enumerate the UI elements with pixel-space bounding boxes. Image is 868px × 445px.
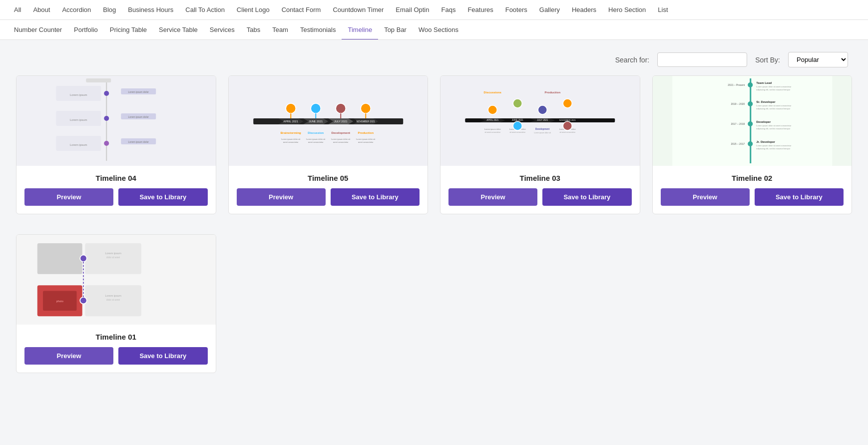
- card-body-timeline-05: Timeline 05 Preview Save to Library: [229, 166, 428, 214]
- svg-text:Lorem ipsum dolor: Lorem ipsum dolor: [128, 90, 149, 93]
- nav1-about[interactable]: About: [27, 0, 56, 20]
- search-label: Search for:: [615, 56, 649, 64]
- save-button-timeline-01[interactable]: Save to Library: [118, 347, 207, 365]
- svg-rect-78: [672, 76, 832, 166]
- nav1-gallery[interactable]: Gallery: [533, 0, 566, 20]
- svg-point-63: [513, 99, 522, 108]
- card-timeline-04: Lorem ipsum Lorem ipsum dolor Lorem ipsu…: [16, 75, 216, 214]
- svg-point-62: [488, 105, 497, 114]
- card-timeline-01: Lorem ipsum dolor sit amet photo Lorem i…: [16, 234, 216, 373]
- nav1-email-optin[interactable]: Email Optin: [390, 0, 435, 20]
- svg-text:Lorem ipsum: Lorem ipsum: [105, 294, 121, 297]
- toolbar: Search for: Sort By: Popular Newest Olde…: [0, 40, 868, 75]
- svg-point-9: [104, 116, 109, 121]
- card-actions-timeline-04: Preview Save to Library: [24, 188, 208, 206]
- nav2-testimonials[interactable]: Testimonials: [294, 20, 342, 40]
- svg-text:Lorem ipsum dolor sit: Lorem ipsum dolor sit: [306, 138, 326, 140]
- save-button-timeline-04[interactable]: Save to Library: [118, 188, 207, 206]
- nav-bar-2: Number Counter Portfolio Pricing Table S…: [0, 20, 868, 40]
- svg-point-112: [80, 297, 87, 304]
- card-actions-timeline-02: Preview Save to Library: [661, 188, 844, 206]
- nav2-top-bar[interactable]: Top Bar: [378, 20, 413, 40]
- card-thumb-timeline-02: 2021 – Present Team Lead Lorem ipsum dol…: [653, 76, 852, 166]
- preview-button-timeline-04[interactable]: Preview: [24, 188, 113, 206]
- nav1-business-hours[interactable]: Business Hours: [122, 0, 179, 20]
- svg-text:sit amet consectetur: sit amet consectetur: [560, 131, 576, 133]
- svg-text:Lorem ipsum: Lorem ipsum: [70, 93, 87, 96]
- cards-grid-row2: Lorem ipsum dolor sit amet photo Lorem i…: [0, 234, 868, 393]
- sort-select[interactable]: Popular Newest Oldest: [788, 52, 848, 67]
- svg-text:dolor sit amet: dolor sit amet: [106, 256, 120, 259]
- nav2-team[interactable]: Team: [266, 20, 294, 40]
- svg-text:Lorem ipsum dolor: Lorem ipsum dolor: [128, 115, 149, 118]
- nav1-faqs[interactable]: Faqs: [435, 0, 461, 20]
- svg-text:amet consectetur: amet consectetur: [333, 141, 348, 143]
- svg-text:NOVEMBER 2021: NOVEMBER 2021: [559, 119, 576, 121]
- save-button-timeline-02[interactable]: Save to Library: [755, 188, 844, 206]
- nav1-call-to-action[interactable]: Call To Action: [179, 0, 231, 20]
- nav1-footers[interactable]: Footers: [499, 0, 533, 20]
- svg-text:APRIL 2021: APRIL 2021: [486, 119, 499, 121]
- nav1-all[interactable]: All: [8, 0, 27, 20]
- svg-rect-101: [37, 243, 82, 274]
- card-body-timeline-02: Timeline 02 Preview Save to Library: [653, 166, 852, 214]
- card-title-timeline-03: Timeline 03: [520, 174, 560, 182]
- svg-text:Development: Development: [535, 128, 550, 130]
- svg-rect-17: [86, 78, 111, 82]
- svg-point-28: [286, 103, 296, 113]
- svg-text:Lorem ipsum dolor sit: Lorem ipsum dolor sit: [281, 138, 301, 140]
- cards-grid-row1: Lorem ipsum Lorem ipsum dolor Lorem ipsu…: [0, 75, 868, 234]
- nav2-pricing-table[interactable]: Pricing Table: [104, 20, 153, 40]
- svg-text:JUNE 2021: JUNE 2021: [309, 120, 323, 123]
- svg-text:JULY 2021: JULY 2021: [537, 119, 548, 121]
- nav1-countdown-timer[interactable]: Countdown Timer: [327, 0, 390, 20]
- svg-text:amet consectetur: amet consectetur: [283, 141, 298, 143]
- nav1-client-logo[interactable]: Client Logo: [231, 0, 276, 20]
- svg-text:Production: Production: [358, 131, 374, 134]
- nav2-timeline[interactable]: Timeline: [342, 20, 378, 40]
- card-thumb-timeline-01: Lorem ipsum dolor sit amet photo Lorem i…: [16, 235, 216, 325]
- nav1-list[interactable]: List: [652, 0, 674, 20]
- nav1-hero-section[interactable]: Hero Section: [602, 0, 652, 20]
- nav1-headers[interactable]: Headers: [566, 0, 602, 20]
- card-actions-timeline-05: Preview Save to Library: [237, 188, 420, 206]
- svg-text:amet consectetur: amet consectetur: [358, 141, 373, 143]
- svg-point-77: [563, 121, 572, 130]
- preview-button-timeline-02[interactable]: Preview: [661, 188, 750, 206]
- svg-point-4: [104, 91, 109, 96]
- preview-button-timeline-05[interactable]: Preview: [237, 188, 326, 206]
- svg-point-86: [748, 101, 753, 106]
- svg-text:Lorem ipsum: Lorem ipsum: [70, 118, 87, 121]
- nav1-contact-form[interactable]: Contact Form: [276, 0, 327, 20]
- nav2-tabs[interactable]: Tabs: [241, 20, 266, 40]
- svg-text:2019 – 2020: 2019 – 2020: [731, 102, 745, 105]
- nav2-service-table[interactable]: Service Table: [153, 20, 204, 40]
- nav2-woo-sections[interactable]: Woo Sections: [413, 20, 464, 40]
- nav2-number-counter[interactable]: Number Counter: [8, 20, 68, 40]
- svg-text:adipiscing elit, sed do eiusmo: adipiscing elit, sed do eiusmod tempor: [756, 107, 791, 110]
- svg-text:adipiscing elit, sed do eiusmo: adipiscing elit, sed do eiusmod tempor: [756, 88, 791, 91]
- svg-text:Sr. Developer: Sr. Developer: [756, 100, 776, 103]
- svg-text:sit amet consectetur: sit amet consectetur: [510, 131, 526, 133]
- svg-text:Lorem ipsum: Lorem ipsum: [105, 252, 121, 255]
- nav1-features[interactable]: Features: [461, 0, 499, 20]
- svg-text:Lorem ipsum: Lorem ipsum: [70, 143, 87, 146]
- svg-text:Lorem ipsum dolor sit amet con: Lorem ipsum dolor sit amet consectetur: [756, 104, 792, 107]
- save-button-timeline-03[interactable]: Save to Library: [542, 188, 631, 206]
- card-thumb-timeline-05: APRIL 2021 JUNE 2021 JULY 2021 NOVEMBER …: [229, 76, 428, 166]
- preview-button-timeline-03[interactable]: Preview: [448, 188, 537, 206]
- nav-bar-1: All About Accordion Blog Business Hours …: [0, 0, 868, 20]
- nav2-services[interactable]: Services: [204, 20, 241, 40]
- svg-text:sit amet consectetur: sit amet consectetur: [485, 131, 501, 133]
- save-button-timeline-05[interactable]: Save to Library: [331, 188, 420, 206]
- preview-button-timeline-01[interactable]: Preview: [24, 347, 113, 365]
- nav2-portfolio[interactable]: Portfolio: [68, 20, 104, 40]
- svg-rect-79: [750, 78, 751, 163]
- card-title-timeline-05: Timeline 05: [308, 174, 348, 182]
- nav1-accordion[interactable]: Accordion: [56, 0, 97, 20]
- svg-point-14: [104, 141, 109, 146]
- search-input[interactable]: [657, 52, 747, 67]
- svg-text:2021 – Present: 2021 – Present: [728, 83, 745, 86]
- svg-text:APRIL 2021: APRIL 2021: [283, 120, 298, 123]
- nav1-blog[interactable]: Blog: [97, 0, 122, 20]
